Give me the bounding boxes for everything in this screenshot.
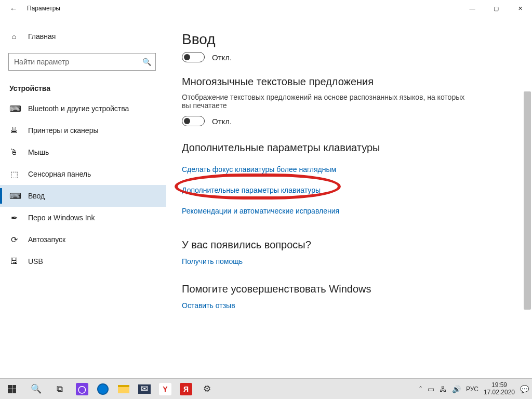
sidebar-home-label: Главная (28, 32, 56, 41)
system-tray: ˄ ▭ 🖧 🔊 РУС 19:59 17.02.2020 💬 (419, 382, 532, 396)
sidebar-item-6[interactable]: ⟳Автозапуск (0, 229, 166, 250)
minimize-button[interactable]: — (460, 0, 484, 17)
taskbar-yandex-1[interactable]: Y (155, 379, 176, 400)
link-keyboard-0[interactable]: Сделать фокус клавиатуры более наглядным (182, 165, 336, 174)
home-icon: ⌂ (9, 32, 19, 41)
toggle-1-label: Откл. (212, 53, 232, 62)
section-multilang-heading: Многоязычные текстовые предложения (182, 76, 516, 88)
link-keyboard-2[interactable]: Рекомендации и автоматические исправлени… (182, 207, 339, 215)
tray-clock[interactable]: 19:59 17.02.2020 (484, 382, 515, 396)
sidebar-section-label: Устройства (9, 84, 166, 92)
maximize-button[interactable]: ▢ (484, 0, 508, 17)
search-input[interactable]: Найти параметр 🔍 (8, 53, 156, 71)
windows-logo-icon (8, 385, 16, 393)
tray-volume-icon[interactable]: 🔊 (452, 385, 461, 393)
titlebar: ← Параметры — ▢ ✕ (0, 0, 532, 17)
link-get-help[interactable]: Получить помощь (182, 257, 516, 265)
taskbar-taskview[interactable]: ⧉ (48, 379, 72, 400)
nav-icon: ⟳ (9, 235, 19, 245)
section-feedback-heading: Помогите усовершенствовать Windows (182, 283, 516, 295)
page-title: Ввод (182, 31, 516, 48)
sidebar-item-1[interactable]: 🖶Принтеры и сканеры (0, 119, 166, 141)
taskbar-search[interactable]: 🔍 (24, 379, 48, 400)
nav-icon: ⌨ (9, 191, 19, 201)
tray-battery-icon[interactable]: ▭ (428, 385, 434, 393)
taskbar-edge[interactable] (92, 379, 113, 400)
sidebar-home[interactable]: ⌂ Главная (0, 26, 166, 47)
sidebar: ⌂ Главная Найти параметр 🔍 Устройства ⌨B… (0, 17, 166, 378)
section-keyboard-heading: Дополнительные параметры клавиатуры (182, 142, 516, 154)
content-area: Ввод Откл. Многоязычные текстовые предло… (166, 17, 532, 378)
sidebar-item-2[interactable]: 🖱Мышь (0, 141, 166, 163)
nav-icon: ⌨ (9, 104, 19, 114)
sidebar-item-label: Ввод (28, 192, 45, 200)
start-button[interactable] (0, 379, 24, 400)
taskbar-app-1[interactable]: ◯ (72, 379, 92, 400)
taskbar-explorer[interactable] (113, 379, 134, 400)
sidebar-item-4[interactable]: ⌨Ввод (0, 185, 166, 207)
back-button[interactable]: ← (7, 4, 20, 13)
nav-icon: ✒ (9, 213, 19, 223)
sidebar-item-label: USB (28, 257, 43, 265)
sidebar-item-label: Мышь (28, 148, 49, 156)
sidebar-item-label: Принтеры и сканеры (28, 126, 98, 135)
sidebar-item-label: Bluetooth и другие устройства (28, 104, 129, 113)
link-keyboard-1[interactable]: Дополнительные параметры клавиатуры (182, 186, 321, 194)
sidebar-item-0[interactable]: ⌨Bluetooth и другие устройства (0, 98, 166, 119)
sidebar-item-7[interactable]: 🖫USB (0, 250, 166, 272)
sidebar-item-5[interactable]: ✒Перо и Windows Ink (0, 207, 166, 229)
tray-network-icon[interactable]: 🖧 (440, 385, 447, 393)
link-feedback[interactable]: Оставить отзыв (182, 301, 516, 310)
nav-icon: 🖫 (9, 257, 19, 266)
search-placeholder: Найти параметр (14, 58, 69, 66)
toggle-multilang-label: Откл. (212, 117, 232, 126)
search-icon: 🔍 (142, 58, 151, 66)
window-title: Параметры (27, 5, 60, 12)
tray-notifications-icon[interactable]: 💬 (520, 385, 529, 393)
sidebar-item-label: Перо и Windows Ink (28, 214, 95, 222)
tray-language[interactable]: РУС (466, 385, 478, 393)
nav-icon: ⬚ (9, 169, 19, 179)
section-help-heading: У вас появились вопросы? (182, 239, 516, 251)
taskbar: 🔍 ⧉ ◯ ✉ Y Я ⚙ ˄ ▭ 🖧 🔊 РУС 19:59 17.02.20… (0, 378, 532, 399)
sidebar-item-3[interactable]: ⬚Сенсорная панель (0, 163, 166, 185)
sidebar-item-label: Автозапуск (28, 235, 65, 244)
sidebar-item-label: Сенсорная панель (28, 170, 91, 178)
taskbar-settings[interactable]: ⚙ (196, 379, 217, 400)
taskbar-yandex-2[interactable]: Я (176, 379, 196, 400)
toggle-1[interactable] (182, 52, 205, 62)
close-button[interactable]: ✕ (508, 0, 532, 17)
scrollbar[interactable] (524, 34, 531, 374)
taskbar-mail[interactable]: ✉ (134, 379, 155, 400)
nav-icon: 🖱 (9, 148, 19, 157)
tray-chevron-icon[interactable]: ˄ (419, 385, 422, 393)
nav-icon: 🖶 (9, 126, 19, 135)
section-multilang-desc: Отображение текстовых предложений на осн… (182, 93, 473, 110)
toggle-multilang[interactable] (182, 116, 205, 126)
